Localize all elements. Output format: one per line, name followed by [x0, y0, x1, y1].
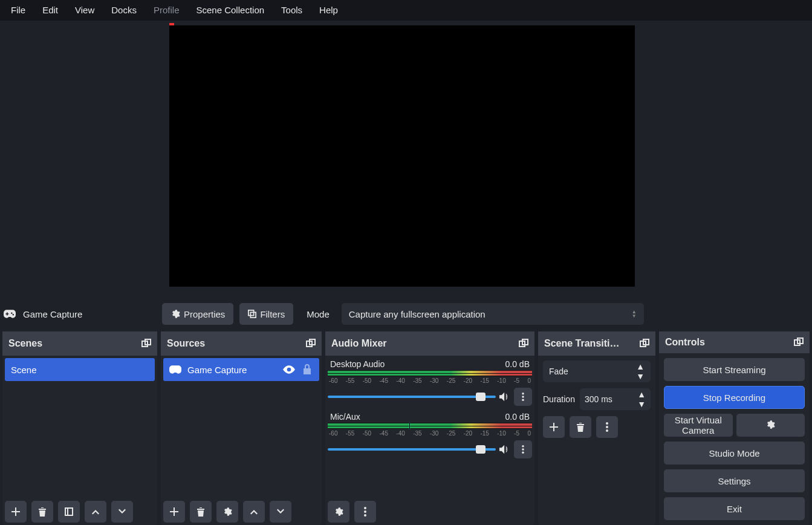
gear-icon — [765, 420, 775, 429]
remove-transition-button[interactable] — [570, 416, 591, 438]
audio-mixer-dock: Audio Mixer Desktop Audio 0.0 dB -60-55-… — [325, 331, 534, 525]
db-tick: -45 — [379, 377, 388, 384]
db-tick: -30 — [430, 430, 438, 437]
transitions-title: Scene Transiti… — [544, 338, 620, 349]
mixer-menu-button[interactable] — [354, 501, 376, 523]
mode-select[interactable]: Capture any fullscreen application ▲▼ — [342, 303, 644, 325]
transition-menu-button[interactable] — [596, 416, 618, 438]
sources-title: Sources — [167, 338, 205, 349]
db-tick: -25 — [447, 430, 455, 437]
menu-tools[interactable]: Tools — [273, 0, 311, 21]
advanced-audio-button[interactable] — [328, 501, 349, 523]
dots-vertical-icon — [522, 393, 524, 401]
svg-point-10 — [522, 393, 524, 395]
track-menu-button[interactable] — [514, 440, 532, 458]
exit-button[interactable]: Exit — [664, 497, 805, 520]
move-scene-up-button[interactable] — [85, 501, 106, 523]
start-virtual-camera-button[interactable]: Start Virtual Camera — [664, 414, 733, 437]
menu-docks[interactable]: Docks — [103, 0, 145, 21]
track-menu-button[interactable] — [514, 388, 532, 406]
popout-icon[interactable] — [519, 339, 528, 348]
dots-vertical-icon — [606, 422, 608, 432]
svg-point-22 — [606, 426, 608, 428]
start-streaming-button[interactable]: Start Streaming — [664, 358, 805, 381]
filters-button[interactable]: Filters — [239, 303, 293, 325]
trash-icon — [576, 422, 585, 432]
duration-input[interactable]: 300 ms ▲▼ — [580, 388, 651, 410]
db-tick: -10 — [497, 377, 505, 384]
updown-icon: ▲▼ — [637, 390, 646, 409]
updown-icon: ▲▼ — [632, 310, 637, 318]
menu-edit[interactable]: Edit — [34, 0, 67, 21]
plus-icon — [169, 507, 179, 517]
mixer-title: Audio Mixer — [331, 338, 387, 349]
transition-select[interactable]: Fade ▲▼ — [543, 360, 651, 382]
svg-point-13 — [522, 445, 524, 448]
add-scene-button[interactable] — [5, 501, 27, 523]
scene-item[interactable]: Scene — [5, 358, 155, 381]
preview-canvas[interactable] — [169, 25, 635, 287]
virtual-camera-settings-button[interactable] — [736, 414, 805, 437]
chevron-down-icon — [118, 509, 126, 515]
chevron-down-icon — [276, 509, 285, 515]
gear-icon — [171, 309, 180, 319]
remove-scene-button[interactable] — [31, 501, 53, 523]
popout-icon[interactable] — [794, 338, 804, 347]
trash-icon — [197, 507, 205, 517]
mixer-track: Desktop Audio 0.0 dB -60-55-50-45-40-35-… — [328, 358, 532, 406]
remove-source-button[interactable] — [190, 501, 212, 523]
popout-icon[interactable] — [141, 339, 151, 348]
audio-meter — [328, 370, 532, 376]
move-source-down-button[interactable] — [270, 501, 291, 523]
visibility-toggle[interactable] — [283, 364, 295, 376]
gamepad-icon — [4, 310, 16, 318]
track-db: 0.0 dB — [505, 359, 530, 369]
lock-toggle[interactable] — [301, 364, 313, 376]
db-tick: -5 — [514, 377, 519, 384]
db-tick: -50 — [363, 430, 371, 437]
settings-button[interactable]: Settings — [664, 469, 805, 492]
preview-area — [0, 21, 812, 296]
db-tick: -35 — [413, 430, 421, 437]
popout-icon[interactable] — [306, 339, 316, 348]
volume-slider[interactable] — [328, 396, 496, 398]
properties-button[interactable]: Properties — [162, 303, 233, 325]
db-tick: -20 — [464, 377, 472, 384]
db-tick: 0 — [527, 377, 531, 384]
menu-help[interactable]: Help — [311, 0, 346, 21]
svg-point-15 — [522, 452, 524, 454]
scenes-title: Scenes — [8, 338, 42, 349]
menu-file[interactable]: File — [2, 0, 34, 21]
db-tick: -25 — [447, 377, 455, 384]
db-tick: -40 — [396, 430, 404, 437]
studio-mode-button[interactable]: Studio Mode — [664, 442, 805, 465]
move-source-up-button[interactable] — [243, 501, 265, 523]
popout-icon[interactable] — [640, 339, 649, 348]
source-item[interactable]: Game Capture — [163, 358, 319, 381]
add-source-button[interactable] — [163, 501, 185, 523]
svg-point-14 — [522, 448, 524, 451]
svg-point-21 — [606, 422, 608, 425]
plus-icon — [11, 507, 21, 517]
scene-filters-button[interactable] — [58, 501, 80, 523]
add-transition-button[interactable] — [543, 416, 565, 438]
db-tick: -45 — [379, 430, 388, 437]
db-tick: -15 — [480, 430, 489, 437]
db-tick: -20 — [464, 430, 472, 437]
svg-point-18 — [364, 514, 366, 517]
track-db: 0.0 dB — [505, 412, 530, 422]
mute-toggle[interactable] — [499, 445, 510, 454]
mute-toggle[interactable] — [499, 392, 510, 402]
menu-view[interactable]: View — [67, 0, 103, 21]
move-scene-down-button[interactable] — [111, 501, 133, 523]
db-scale: -60-55-50-45-40-35-30-25-20-15-10-50 — [328, 430, 532, 437]
mode-label: Mode — [307, 309, 330, 319]
db-tick: -60 — [329, 430, 337, 437]
svg-point-23 — [606, 429, 608, 432]
menu-scene-collection[interactable]: Scene Collection — [188, 0, 273, 21]
stop-recording-button[interactable]: Stop Recording — [664, 386, 805, 409]
chevron-up-icon — [250, 509, 258, 515]
volume-slider[interactable] — [328, 448, 496, 451]
source-properties-button[interactable] — [216, 501, 238, 523]
menu-profile[interactable]: Profile — [145, 0, 188, 21]
